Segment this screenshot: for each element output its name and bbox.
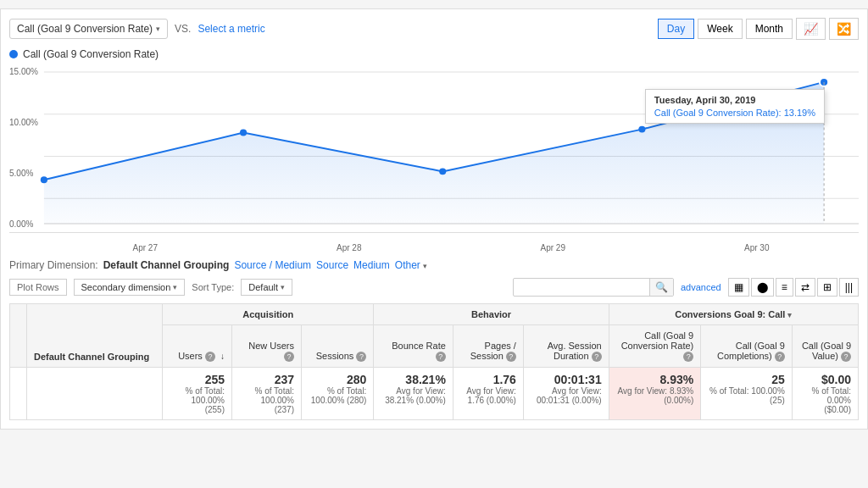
legend-label: Call (Goal 9 Conversion Rate)	[23, 48, 159, 60]
y-label-2: 5.00%	[9, 169, 38, 178]
legend-dot	[9, 50, 18, 58]
pages-session-info-icon[interactable]: ?	[506, 352, 516, 362]
tooltip-metric-label: Call (Goal 9 Conversion Rate):	[654, 108, 782, 118]
chart-tooltip: Tuesday, April 30, 2019 Call (Goal 9 Con…	[645, 89, 825, 124]
svg-point-8	[439, 168, 446, 175]
value-info-icon[interactable]: ?	[841, 352, 851, 362]
primary-dim-active: Default Channel Grouping	[103, 259, 230, 271]
sort-type-label: Sort Type:	[192, 282, 234, 292]
conversions-group-header: Conversions Goal 9: Call ▾	[609, 304, 858, 325]
top-controls: Call (Goal 9 Conversion Rate) ▾ VS. Sele…	[9, 18, 859, 40]
checkbox-header	[10, 304, 27, 368]
top-right-controls: Day Week Month 📈 🔀	[658, 18, 859, 40]
totals-bounce-rate-cell: 38.21% Avg for View: 38.21% (0.00%)	[374, 368, 453, 420]
totals-checkbox-cell	[10, 368, 27, 420]
y-axis-labels: 15.00% 10.00% 5.00% 0.00%	[9, 64, 38, 232]
svg-point-9	[638, 126, 645, 133]
x-label-apr30: Apr 30	[744, 243, 769, 252]
totals-avg-duration-cell: 00:01:31 Avg for View: 00:01:31 (0.00%)	[523, 368, 609, 420]
view-buttons: ▦ ⬤ ≡ ⇄ ⊞ |||	[728, 278, 859, 297]
tooltip-value: Call (Goal 9 Conversion Rate): 13.19%	[654, 108, 815, 118]
users-sort-arrow[interactable]: ↓	[220, 352, 225, 361]
search-box: 🔍	[513, 278, 674, 297]
totals-completions-cell: 25 % of Total: 100.00% (25)	[701, 368, 793, 420]
period-day-button[interactable]: Day	[658, 19, 694, 39]
vs-label: VS.	[175, 23, 191, 35]
primary-dim-source[interactable]: Source	[316, 259, 348, 271]
users-info-icon[interactable]: ?	[205, 352, 215, 362]
compare-view-button[interactable]: ⇄	[795, 278, 815, 297]
totals-conversion-rate-cell: 8.93% Avg for View: 8.93% (0.00%)	[609, 368, 701, 420]
y-label-1: 0.00%	[9, 219, 38, 229]
primary-dim-other[interactable]: Other ▾	[395, 259, 427, 271]
advanced-link[interactable]: advanced	[681, 282, 721, 292]
pages-session-header: Pages / Session ?	[453, 325, 523, 368]
select-metric-link[interactable]: Select a metric	[198, 23, 264, 35]
y-label-4: 15.00%	[9, 67, 38, 76]
data-table: Default Channel Grouping Acquisition Beh…	[9, 303, 859, 420]
bounce-rate-header: Bounce Rate ?	[374, 325, 453, 368]
totals-row: 255 % of Total: 100.00% (255) 237 % of T…	[10, 368, 859, 420]
plot-rows-button[interactable]: Plot Rows	[9, 279, 67, 296]
sessions-header: Sessions ?	[302, 325, 374, 368]
main-container: Call (Goal 9 Conversion Rate) ▾ VS. Sele…	[0, 8, 868, 430]
value-header: Call (Goal 9 Value) ?	[792, 325, 858, 368]
secondary-dimension-dropdown[interactable]: Secondary dimension ▾	[74, 279, 186, 296]
metric-dropdown-label: Call (Goal 9 Conversion Rate)	[17, 23, 153, 35]
primary-dim-medium[interactable]: Medium	[353, 259, 390, 271]
chart-legend: Call (Goal 9 Conversion Rate)	[9, 48, 859, 60]
totals-sessions-cell: 280 % of Total: 100.00% (280)	[302, 368, 374, 420]
primary-dim-label: Primary Dimension:	[9, 259, 98, 271]
conversion-rate-info-icon[interactable]: ?	[683, 352, 693, 362]
y-label-3: 10.00%	[9, 118, 38, 127]
avg-duration-info-icon[interactable]: ?	[592, 352, 602, 362]
metric-dropdown[interactable]: Call (Goal 9 Conversion Rate) ▾	[9, 19, 168, 39]
completions-header: Call (Goal 9 Completions) ?	[701, 325, 793, 368]
primary-dimension-bar: Primary Dimension: Default Channel Group…	[9, 259, 859, 271]
acquisition-group-header: Acquisition	[163, 304, 374, 325]
tooltip-metric-value: 13.19%	[784, 108, 815, 118]
pie-view-button[interactable]: ⬤	[751, 278, 774, 297]
search-button[interactable]: 🔍	[649, 279, 673, 296]
totals-new-users-cell: 237 % of Total: 100.00% (237)	[232, 368, 302, 420]
period-month-button[interactable]: Month	[746, 19, 793, 39]
grid-view-button[interactable]: ▦	[728, 278, 749, 297]
users-header: Users ? ↓	[163, 325, 232, 368]
metric-dropdown-arrow: ▾	[156, 25, 160, 33]
primary-dim-source-medium[interactable]: Source / Medium	[234, 259, 311, 271]
svg-point-6	[41, 176, 47, 183]
top-left-controls: Call (Goal 9 Conversion Rate) ▾ VS. Sele…	[9, 19, 265, 39]
x-axis-labels: Apr 27 Apr 28 Apr 29 Apr 30	[9, 240, 859, 252]
tooltip-date: Tuesday, April 30, 2019	[654, 95, 815, 105]
period-week-button[interactable]: Week	[698, 19, 742, 39]
x-label-apr27: Apr 27	[133, 243, 158, 252]
sessions-info-icon[interactable]: ?	[356, 352, 366, 362]
search-input[interactable]	[514, 280, 649, 295]
bounce-rate-info-icon[interactable]: ?	[436, 352, 446, 362]
line-chart-button[interactable]: 📈	[796, 18, 826, 40]
new-users-info-icon[interactable]: ?	[284, 352, 294, 362]
behavior-group-header: Behavior	[374, 304, 609, 325]
x-label-apr28: Apr 28	[337, 243, 361, 252]
dim-header: Default Channel Grouping	[27, 304, 163, 368]
completions-info-icon[interactable]: ?	[775, 352, 785, 362]
avg-duration-header: Avg. Session Duration ?	[523, 325, 609, 368]
conversion-rate-header: Call (Goal 9 Conversion Rate) ?	[609, 325, 701, 368]
svg-point-7	[240, 130, 247, 136]
list-view-button[interactable]: ≡	[776, 278, 793, 297]
totals-dim-cell	[27, 368, 163, 420]
conversions-dropdown-arrow[interactable]: ▾	[787, 311, 792, 319]
totals-pages-session-cell: 1.76 Avg for View: 1.76 (0.00%)	[453, 368, 523, 420]
new-users-header: New Users ?	[232, 325, 302, 368]
totals-value-cell: $0.00 % of Total: 0.00% ($0.00)	[792, 368, 858, 420]
x-label-apr29: Apr 29	[541, 243, 565, 252]
column-view-button[interactable]: |||	[839, 278, 859, 297]
pivot-view-button[interactable]: ⊞	[817, 278, 837, 297]
table-chart-button[interactable]: 🔀	[829, 18, 859, 40]
table-controls: Plot Rows Secondary dimension ▾ Sort Typ…	[9, 278, 859, 297]
sort-type-dropdown[interactable]: Default ▾	[241, 279, 292, 296]
sort-dropdown-arrow: ▾	[281, 283, 285, 291]
other-dropdown-arrow: ▾	[423, 262, 427, 270]
chart-area: 15.00% 10.00% 5.00% 0.00%	[9, 64, 859, 233]
secondary-dim-arrow: ▾	[173, 283, 177, 291]
